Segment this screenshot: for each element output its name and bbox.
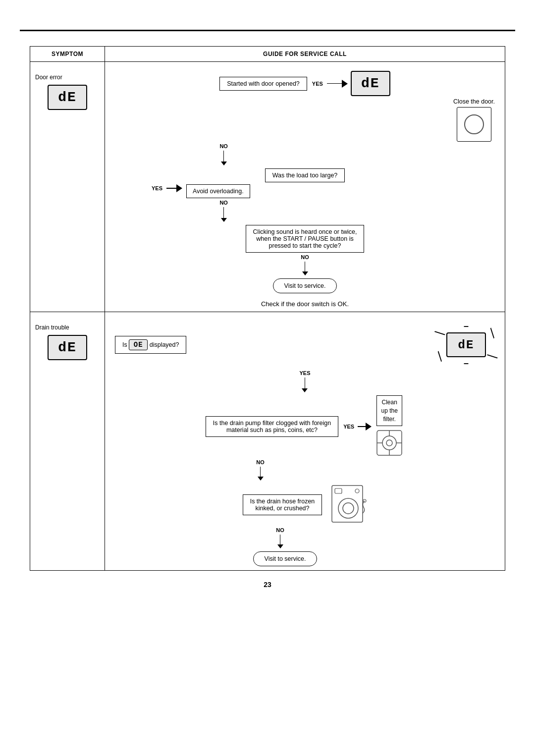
- drain-dashes-left: ╲ ╱: [437, 328, 442, 361]
- no2-drain-line: [260, 467, 261, 477]
- drain-label: Drain trouble: [35, 324, 69, 331]
- yes2-drain-arrow-group: YES: [341, 423, 372, 431]
- yes2-label: YES: [152, 185, 162, 191]
- yes1-drain-head: [302, 388, 308, 392]
- dash-bl: ╱: [435, 351, 445, 362]
- page-number: 23: [264, 581, 271, 589]
- dash-tr: ╱: [487, 328, 498, 338]
- no3-head: [302, 271, 308, 275]
- door-flowchart: Started with door opened? YES dE: [110, 66, 500, 308]
- close-door-row: Close the door.: [110, 98, 500, 142]
- no2-drain-arrow: [258, 467, 264, 481]
- drain-q3-row: Is the drain hose frozen kinked, or crus…: [243, 484, 368, 526]
- visit1-text: Visit to service.: [284, 282, 326, 289]
- yes2-drain-label: YES: [343, 424, 354, 430]
- drain-dash-bottom: –: [464, 358, 469, 369]
- q3-line3: pressed to start the cycle?: [269, 242, 341, 249]
- yes1-drain-arrow: [302, 378, 308, 392]
- drain-q2-row: Is the drain pump filter clogged with fo…: [206, 395, 404, 458]
- no3-drain-head: [277, 544, 283, 548]
- drain-lcd: dE: [48, 335, 87, 360]
- close-door-group: Close the door.: [453, 98, 495, 142]
- drain-q3-box: Is the drain hose frozen kinked, or crus…: [243, 494, 322, 515]
- q3-box: Clicking sound is heard once or twice, w…: [246, 225, 365, 253]
- q1-row: Started with door opened? YES dE: [110, 71, 500, 96]
- check-text: Check if the door switch is OK.: [261, 300, 349, 308]
- symptom-header: SYMPTOM: [30, 47, 105, 62]
- guide-cell-drain: Is OE displayed? ╲ ╱ –: [105, 312, 505, 571]
- no2-arrow: [221, 207, 227, 222]
- q2-box: Was the load too large?: [265, 168, 345, 182]
- visit1-box: Visit to service.: [273, 278, 337, 293]
- yes1-line: [327, 83, 342, 84]
- service-guide-table: SYMPTOM GUIDE FOR SERVICE CALL Door erro…: [30, 46, 505, 571]
- svg-point-1: [382, 436, 396, 450]
- no3-drain-arrow: [277, 535, 283, 548]
- svg-point-2: [386, 440, 392, 446]
- door-error-label: Door error: [35, 74, 62, 81]
- filter-icon: [374, 428, 404, 458]
- drain-q1-box: Is OE displayed?: [115, 336, 186, 354]
- clean-filter-box: Clean up the filter.: [376, 395, 402, 426]
- visit2-text: Visit to service.: [265, 555, 306, 562]
- q3-line2: when the START / PAUSE button is: [256, 235, 353, 242]
- q3-line1: Clicking sound is heard once or twice,: [253, 228, 357, 235]
- symptom-cell-door: Door error dE: [35, 66, 100, 110]
- top-border: [20, 30, 515, 31]
- svg-point-8: [338, 498, 358, 518]
- no3-drain-label: NO: [276, 527, 284, 533]
- q2-text: Was the load too large?: [272, 172, 338, 179]
- no1-arrow-group: NO: [217, 143, 230, 166]
- drain-right-lcd-text: dE: [458, 338, 475, 352]
- no2-drain-section: NO: [254, 459, 267, 482]
- no2-drain-head: [258, 477, 264, 481]
- yes1-drain-label: YES: [299, 370, 310, 376]
- yes2-row: YES Avoid overloading.: [110, 184, 500, 198]
- action1-text: Close the door.: [453, 98, 495, 105]
- action2-box: Avoid overloading.: [186, 184, 250, 198]
- drain-q1-lcd-small: OE: [129, 339, 148, 350]
- no2-line: [223, 207, 224, 218]
- clean-line3: filter.: [383, 416, 396, 423]
- drain-q3-line2: kinked, or crushed?: [255, 505, 309, 512]
- drain-q2-box: Is the drain pump filter clogged with fo…: [206, 416, 338, 437]
- drain-q3-line1: Is the drain hose frozen: [250, 498, 315, 505]
- yes2-line: [166, 188, 176, 189]
- yes2-arrow: [166, 184, 182, 192]
- drain-q1-row: Is OE displayed? ╲ ╱ –: [110, 321, 500, 369]
- no2-section: NO: [188, 199, 422, 223]
- no3-arrow: [302, 262, 308, 275]
- drain-q2-line1: Is the drain pump filter clogged with fo…: [213, 420, 331, 427]
- drain-dashes-mid: – dE –: [446, 321, 486, 369]
- yes1-arrowhead: [342, 80, 348, 88]
- yes1-drain-line: [305, 378, 306, 388]
- drain-right-lcd: dE: [446, 332, 486, 357]
- dash-br: ╲: [487, 351, 498, 362]
- drain-q1-pre: Is: [122, 341, 127, 348]
- yes2-head: [176, 184, 182, 192]
- no1-section: NO: [188, 143, 422, 166]
- svg-point-9: [343, 503, 354, 514]
- yes2-arrow-group: YES: [150, 184, 182, 192]
- door-lcd-text: dE: [58, 90, 77, 105]
- yes1-label: YES: [312, 81, 323, 87]
- drain-dash-top: –: [464, 321, 469, 331]
- q1-text: Started with door opened?: [227, 80, 300, 87]
- q1-box: Started with door opened?: [219, 77, 307, 91]
- svg-point-11: [355, 489, 359, 493]
- guide-header: GUIDE FOR SERVICE CALL: [105, 47, 505, 62]
- q1-yes-lcd-text: dE: [361, 76, 380, 91]
- no2-head: [221, 218, 227, 222]
- no2-label: NO: [219, 200, 228, 206]
- q3-row: Clicking sound is heard once or twice, w…: [246, 225, 365, 253]
- drain-lcd-text: dE: [58, 340, 77, 355]
- q1-yes-lcd: dE: [351, 71, 390, 96]
- no3-drain-section: NO: [274, 527, 286, 549]
- q2-row: Was the load too large?: [265, 168, 345, 182]
- drain-q1-post: displayed?: [150, 341, 179, 348]
- yes2-drain-head: [366, 423, 372, 431]
- dash-tl: ╲: [435, 328, 445, 338]
- no1-head: [221, 162, 227, 165]
- no3-label: NO: [301, 254, 309, 260]
- no3-line: [305, 262, 306, 271]
